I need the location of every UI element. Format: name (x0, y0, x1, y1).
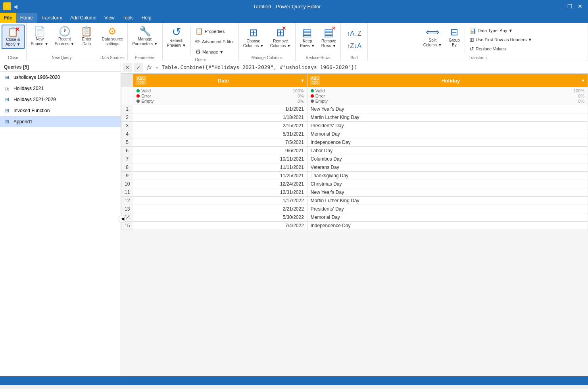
query-item-holidays2021-2029[interactable]: ⊞ Holidays 2021-2029 (0, 94, 121, 105)
choose-columns-button[interactable]: ⊞ ChooseColumns ▼ (240, 25, 267, 50)
manage-parameters-button[interactable]: 🔧 ManageParameters ▼ (129, 25, 160, 48)
properties-button[interactable]: 📋 Properties (192, 26, 237, 36)
holiday-cell: Christmas Day (307, 180, 588, 188)
holiday-valid-pct: 100% (573, 88, 584, 93)
window-controls: — ❐ ✕ (555, 2, 585, 10)
table-row[interactable]: 12 1/17/2022 Martin Luther King Day (121, 197, 588, 205)
query-label-append1: Append1 (13, 119, 33, 125)
main-area: Queries [5] ⊞ usholidays 1966-2020 fx Ho… (0, 61, 588, 376)
minimize-button[interactable]: — (555, 2, 564, 10)
query-item-append1[interactable]: ⊞ Append1 (0, 116, 121, 127)
query-small-buttons: 📋 Properties ✏ Advanced Editor ⚙ Manage … (192, 25, 237, 57)
ribbon-group-parameters-content: 🔧 ManageParameters ▼ (129, 25, 160, 55)
query-icon-table2: ⊞ (4, 96, 10, 103)
table-row[interactable]: 9 11/25/2021 Thanksgiving Day (121, 172, 588, 180)
close-button[interactable]: ✕ (575, 2, 585, 10)
ribbon-group-data-sources-label: Data Sources (99, 55, 126, 61)
restore-button[interactable]: ❐ (565, 2, 575, 10)
menu-tools[interactable]: Tools (119, 13, 138, 23)
query-label-usholidays: usholidays 1966-2020 (13, 75, 60, 80)
row-number: 1 (121, 105, 133, 113)
date-cell: 5/30/2022 (133, 213, 307, 222)
date-empty-stat: Empty 0% (136, 99, 304, 103)
data-grid-container[interactable]: ABC123 Date ▼ ABC123 Holiday ▼ (121, 74, 588, 376)
menu-transform[interactable]: Transform (37, 13, 66, 23)
holiday-empty-stat: Empty 0% (311, 99, 584, 103)
table-row[interactable]: 1 1/1/2021 New Year's Day (121, 105, 588, 113)
row-number: 5 (121, 138, 133, 147)
row-number: 8 (121, 163, 133, 172)
table-row[interactable]: 11 12/31/2021 New Year's Day (121, 188, 588, 197)
date-stats-content: Valid 100% Error 0% Em (136, 88, 304, 103)
table-row[interactable]: 10 12/24/2021 Christmas Day (121, 180, 588, 188)
sort-asc-button[interactable]: ↑A ↓Z (344, 28, 364, 39)
col-header-date[interactable]: ABC123 Date ▼ (133, 74, 307, 87)
sort-desc-button[interactable]: ↑Z ↓A (344, 40, 364, 51)
ribbon-group-reduce-rows-content: ▤ KeepRows ▼ ▤ ✕ RemoveRows ▼ (297, 25, 339, 55)
table-row[interactable]: 7 10/11/2021 Columbus Day (121, 155, 588, 163)
holiday-stats-content: Valid 100% Error 0% Em (311, 88, 584, 103)
date-cell: 7/5/2021 (133, 138, 307, 147)
table-row[interactable]: 15 7/4/2022 Independence Day (121, 222, 588, 230)
formula-confirm-button[interactable]: ✓ (134, 63, 143, 72)
data-source-settings-button[interactable]: ⚙ Data sourcesettings (99, 25, 126, 48)
replace-values-button[interactable]: ↺ Replace Values (467, 44, 535, 53)
holiday-cell: Independence Day (307, 138, 588, 147)
date-cell: 11/25/2021 (133, 172, 307, 180)
ribbon-group-manage-columns-label: Manage Columns (240, 55, 294, 61)
holiday-col-dropdown[interactable]: ▼ (581, 78, 585, 83)
data-type-button[interactable]: 📊 Data Type: Any ▼ (467, 26, 535, 35)
date-type-icon: ABC123 (136, 76, 146, 85)
holiday-cell: Veterans Day (307, 163, 588, 172)
date-col-dropdown[interactable]: ▼ (300, 78, 305, 83)
query-item-usholidays[interactable]: ⊞ usholidays 1966-2020 (0, 72, 121, 83)
group-by-button[interactable]: ⊟ GroupBy (446, 25, 463, 50)
recent-sources-button[interactable]: 🕐 RecentSources ▼ (52, 25, 77, 48)
remove-columns-button[interactable]: ⊞ ✕ RemoveColumns ▼ (267, 25, 294, 50)
formula-cancel-button[interactable]: ✕ (123, 63, 132, 72)
ribbon-group-reduce-rows-label: Reduce Rows (297, 55, 339, 61)
query-divider (190, 26, 191, 55)
remove-rows-button[interactable]: ▤ ✕ RemoveRows ▼ (319, 25, 339, 50)
ribbon-group-query-label: Query (164, 57, 237, 61)
refresh-preview-button[interactable]: ↺ RefreshPreview ▼ (164, 25, 189, 50)
row-number: 2 (121, 113, 133, 122)
close-apply-button[interactable]: 📋 ✕ Close & Apply ▼ (2, 25, 25, 49)
table-row[interactable]: 4 5/31/2021 Memorial Day (121, 130, 588, 138)
date-error-dot (136, 94, 140, 98)
keep-rows-button[interactable]: ▤ KeepRows ▼ (297, 25, 318, 50)
formula-input[interactable] (156, 64, 586, 70)
holiday-cell: Memorial Day (307, 213, 588, 222)
menu-help[interactable]: Help (138, 13, 156, 23)
split-column-button[interactable]: ⟺ SplitColumn ▼ (421, 25, 445, 50)
ribbon: 📋 ✕ Close & Apply ▼ Close 📄 NewSource ▼ … (0, 23, 588, 61)
table-row[interactable]: 5 7/5/2021 Independence Day (121, 138, 588, 147)
collapse-panel-button[interactable]: ◀ (119, 215, 127, 223)
menu-add-column[interactable]: Add Column (66, 13, 100, 23)
first-row-headers-button[interactable]: ⊞ Use First Row as Headers ▼ (467, 35, 535, 44)
table-row[interactable]: 3 2/15/2021 Presidents' Day (121, 122, 588, 130)
table-row[interactable]: 13 2/21/2022 Presidents' Day (121, 205, 588, 213)
manage-button[interactable]: ⚙ Manage ▼ (192, 47, 237, 57)
holiday-empty-label: Empty (315, 99, 328, 103)
row-number: 15 (121, 222, 133, 230)
enter-data-button[interactable]: 📋 EnterData (78, 25, 95, 48)
holiday-cell: Thanksgiving Day (307, 172, 588, 180)
query-item-invoked-function[interactable]: ⊞ Invoked Function (0, 105, 121, 116)
queries-panel: Queries [5] ⊞ usholidays 1966-2020 fx Ho… (0, 61, 121, 376)
menu-home[interactable]: Home (16, 13, 37, 23)
query-item-holidays2021[interactable]: fx Holidays 2021 (0, 83, 121, 94)
advanced-editor-button[interactable]: ✏ Advanced Editor (192, 36, 237, 46)
table-row[interactable]: 14 5/30/2022 Memorial Day (121, 213, 588, 222)
menu-file[interactable]: File (0, 13, 16, 23)
data-grid: ABC123 Date ▼ ABC123 Holiday ▼ (121, 74, 588, 230)
menu-view[interactable]: View (100, 13, 119, 23)
holiday-error-pct: 0% (578, 94, 584, 98)
table-row[interactable]: 2 1/18/2021 Martin Luther King Day (121, 113, 588, 122)
title-bar-nav[interactable]: ◀ (13, 4, 17, 10)
table-row[interactable]: 6 9/6/2021 Labor Day (121, 147, 588, 155)
new-source-button[interactable]: 📄 NewSource ▼ (28, 25, 51, 48)
holiday-error-stat: Error 0% (311, 94, 584, 98)
col-header-holiday[interactable]: ABC123 Holiday ▼ (307, 74, 588, 87)
table-row[interactable]: 8 11/11/2021 Veterans Day (121, 163, 588, 172)
